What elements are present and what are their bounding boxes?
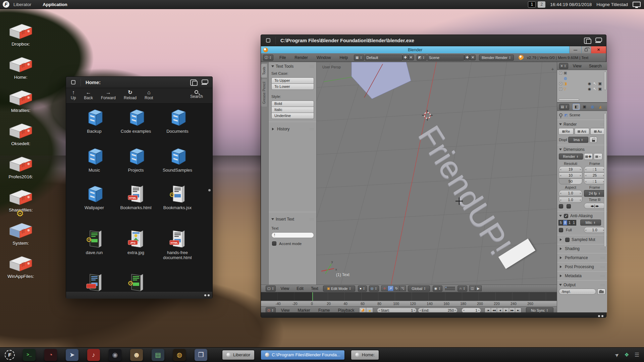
blender-app-titlebar[interactable]: Blender — ✕ xyxy=(261,46,606,53)
panel-grip-icon[interactable]: :::: xyxy=(310,218,314,221)
tab-render-icon[interactable]: ◧ xyxy=(573,104,580,110)
viewport-3d[interactable]: x y User Persp FriendUP! (1) Text + xyxy=(317,62,557,285)
viewport-menu-item[interactable]: View xyxy=(280,286,289,291)
blender-menu-item[interactable]: File xyxy=(279,55,286,60)
topbar-menu-item[interactable]: Application xyxy=(43,2,67,7)
aspect-y-field[interactable]: 1.0 xyxy=(559,197,582,203)
jump-end-button[interactable]: ▶| xyxy=(515,308,521,313)
tray-pointer-icon[interactable]: ➤ xyxy=(613,351,621,359)
blender-menu-item[interactable]: Render xyxy=(294,55,308,60)
toolbar-nav-button[interactable]: ← Back xyxy=(84,89,93,100)
tab-scene-icon[interactable]: ▣ xyxy=(581,104,588,110)
restore-button[interactable] xyxy=(581,46,591,53)
render-engine-select[interactable]: Blender Render▲▼ xyxy=(479,55,514,61)
res-percent-slider[interactable]: 50 xyxy=(559,178,582,184)
tab-world-icon[interactable]: ◍ xyxy=(589,104,596,110)
file-item[interactable]: ⚙ Projects xyxy=(115,147,157,185)
taskbar-task-button[interactable]: Liberator xyxy=(222,350,255,360)
orientation-select[interactable]: Global▲▼ xyxy=(408,286,430,292)
panel-grip-icon[interactable]: :::: xyxy=(310,127,314,131)
file-item[interactable]: ⚙ Wallpaper xyxy=(73,185,115,230)
fps-field[interactable]: 25 xyxy=(584,172,605,178)
desktop-drive-icon[interactable]: ⚙ WinAppFiles: xyxy=(5,246,37,279)
crop-checkbox[interactable] xyxy=(567,204,571,208)
history-panel-header[interactable]: History :::: xyxy=(269,125,316,133)
tray-menu-icon[interactable]: ☰ xyxy=(635,352,639,358)
file-item[interactable]: ⚙ HTML hands-free document.html xyxy=(157,230,198,273)
aa-sample-button[interactable]: 8 xyxy=(563,220,568,226)
topbar-menu-item[interactable]: Liberator xyxy=(13,2,31,7)
layers-widget[interactable] xyxy=(445,287,455,290)
toolbar-nav-button[interactable]: ↑ Up xyxy=(71,89,76,100)
file-item[interactable]: ⚙ xyxy=(115,273,157,291)
aa-sample-button[interactable]: 1 xyxy=(567,220,572,226)
outliner-menu-item[interactable]: Search xyxy=(589,64,602,68)
minimize-button[interactable]: — xyxy=(569,46,581,53)
axis-manipulator-icon[interactable]: ✛ xyxy=(381,286,388,291)
workspace-switch[interactable]: 1 xyxy=(528,1,536,8)
next-keyframe-button[interactable]: ▶▶ xyxy=(509,308,515,313)
current-frame-marker[interactable] xyxy=(312,292,313,301)
tab-object-icon[interactable]: ◭ xyxy=(597,104,604,110)
smb-checkbox[interactable] xyxy=(565,238,570,242)
resize-grip-icon[interactable] xyxy=(598,315,603,317)
jump-start-button[interactable]: |◀ xyxy=(485,308,491,313)
editor-type-select[interactable]: ≡▲▼ xyxy=(559,63,568,69)
play-reverse-button[interactable]: ◀ xyxy=(497,308,503,313)
desktop-drive-icon[interactable]: ⚙ Dropbox: xyxy=(5,13,37,47)
taskbar-task-button[interactable]: Home: xyxy=(351,350,379,360)
selectable-cursor-icon[interactable]: ↖ xyxy=(593,82,596,85)
render-panel-header[interactable]: Render:::: xyxy=(557,121,607,127)
friend-logo-icon[interactable]: F xyxy=(3,1,9,8)
output-panel-header[interactable]: Output:::: xyxy=(557,282,607,288)
rotate-manipulator-icon[interactable]: ↻ xyxy=(393,286,400,291)
blender-window[interactable]: C:\Program Files\Blender Foundation\Blen… xyxy=(261,35,606,317)
dock-app-icon[interactable]: >_ xyxy=(23,349,36,361)
region-expand-icon[interactable]: + xyxy=(551,66,554,72)
dock-app-icon[interactable]: ☻ xyxy=(130,349,143,361)
accent-mode-checkbox[interactable] xyxy=(272,241,276,246)
anti-aliasing-panel-header[interactable]: Anti-Aliasing xyxy=(557,213,607,219)
desktop-drive-icon[interactable]: ⚙ Oksedelt: xyxy=(5,113,37,146)
file-item[interactable]: ⚙ Documents xyxy=(157,108,198,147)
toolbar-nav-button[interactable]: ⌂ Root xyxy=(145,89,153,100)
desktop-drive-icon[interactable]: ⚙ Home: xyxy=(5,47,37,80)
outliner[interactable]: ≡▲▼ ViewSearch +▣ ◍ +◨◉↖▣ +▽◉↖▣ xyxy=(557,62,607,103)
render-action-button[interactable]: Au xyxy=(590,128,605,135)
opengl-anim-icon[interactable]: ▶ xyxy=(475,286,482,291)
aa-filter-select[interactable]: Mitc▲▼ xyxy=(580,220,601,226)
outliner-row[interactable]: ◍ xyxy=(557,75,607,81)
proportional-edit-select[interactable]: ◉▲▼ xyxy=(433,286,443,292)
text-tools-panel-header[interactable]: Text Tools :::: xyxy=(269,62,316,70)
dock-app-icon[interactable]: ♪ xyxy=(87,349,100,361)
window-shade-icon[interactable] xyxy=(595,38,602,44)
time-remap-steppers[interactable]: ◂▸|◂▸ xyxy=(584,203,605,209)
shading-select[interactable]: ●▲▼ xyxy=(358,286,367,292)
pivot-select[interactable]: ◎▲▼ xyxy=(369,286,379,292)
res-y-field[interactable]: 10 xyxy=(559,172,582,178)
home-window[interactable]: Home: ↑ Up ← Back → Forward ↻ Reload ⌂ xyxy=(66,76,213,298)
render-toggle-icon[interactable]: ▣ xyxy=(598,87,602,91)
blender-menu-item[interactable]: Help xyxy=(339,55,348,60)
dock-app-icon[interactable]: ➤ xyxy=(66,349,78,361)
blender-menu-item[interactable]: Window xyxy=(317,55,331,60)
shelf-tab[interactable]: Tools xyxy=(261,64,267,78)
collapsed-panel-header[interactable]: Post Processing:::: xyxy=(557,264,607,270)
insert-text-input[interactable]: ! xyxy=(271,232,314,238)
insert-text-panel-header[interactable]: Insert Text :::: xyxy=(269,215,316,223)
file-item[interactable]: ⚙ JPG extra.jpg xyxy=(115,230,157,273)
editor-type-select[interactable]: ▢▲▼ xyxy=(266,286,276,292)
timeline-menu-item[interactable]: Marker xyxy=(298,308,310,313)
mode-select[interactable]: ▣Edit Mode▲▼ xyxy=(323,286,355,292)
render-toggle-icon[interactable]: ▣ xyxy=(598,82,602,85)
panel-grip-icon[interactable]: :::: xyxy=(310,65,314,68)
timeline-ruler[interactable]: -40-200204060801001201401601802002202402… xyxy=(261,301,557,306)
prev-keyframe-button[interactable]: ◀◀ xyxy=(491,308,497,313)
desktop-drive-icon[interactable]: ⚙ Sharedfiles: xyxy=(5,179,37,213)
h-scrollbar[interactable] xyxy=(558,99,579,101)
fps-select[interactable]: 24 fp▲▼ xyxy=(584,190,605,197)
selectable-cursor-icon[interactable]: ↖ xyxy=(593,87,596,91)
render-action-button[interactable]: Ani xyxy=(575,128,590,135)
style-button[interactable]: Italic xyxy=(271,107,314,113)
add-scene-button[interactable]: ✚ xyxy=(464,55,470,60)
